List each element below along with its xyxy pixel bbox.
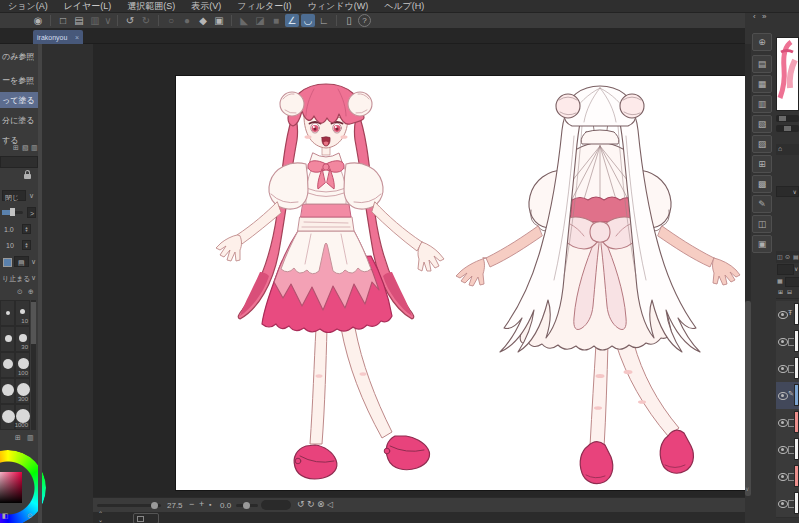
layer-visibility-icon[interactable] <box>778 473 788 481</box>
line-tool-icon[interactable]: ∠ <box>285 14 299 27</box>
layer-row[interactable] <box>776 463 799 491</box>
brush-size-cell[interactable]: 300 <box>15 378 30 404</box>
layer-thumbnail[interactable] <box>794 384 799 406</box>
material-b-icon[interactable]: ▨ <box>752 135 772 153</box>
layer-row[interactable]: Ŧ <box>776 301 799 329</box>
help-icon[interactable]: ? <box>358 14 371 27</box>
dock-chevron-left-icon[interactable]: ‹ <box>753 12 756 21</box>
value-field[interactable]: 1.0 <box>4 226 14 233</box>
opacity-input[interactable] <box>785 277 799 287</box>
lock-icon[interactable] <box>24 174 31 179</box>
stepper-control[interactable]: ▲▼ <box>22 240 31 250</box>
chevron-down-icon[interactable]: ∨ <box>31 258 36 266</box>
layer-thumbnail[interactable] <box>794 465 799 487</box>
layer-thumbnail[interactable] <box>794 492 799 514</box>
menu-view[interactable]: 表示(V) <box>191 0 221 13</box>
material-c-icon[interactable]: ⊞ <box>752 155 772 173</box>
navigator-zoom-slider[interactable] <box>776 115 799 122</box>
left-panel-scrollbar[interactable] <box>38 44 42 523</box>
zoom-slider-handle[interactable] <box>151 502 158 509</box>
delete-layer-icon[interactable]: ⊟ <box>787 288 792 295</box>
brush-size-cell[interactable]: 10 <box>15 300 30 326</box>
zoom-out-button[interactable]: − <box>189 498 194 511</box>
sub-view-icon[interactable]: ▤ <box>752 55 772 73</box>
layer-visibility-icon[interactable] <box>778 311 788 319</box>
expression-color-dropdown[interactable]: ∨ <box>776 186 799 197</box>
value-field[interactable]: 10 <box>6 242 14 249</box>
subtool-item[interactable]: のみ参照 <box>0 48 38 64</box>
reference-folder-button[interactable]: ▤ <box>14 256 29 267</box>
layer-thumbnail[interactable] <box>794 330 799 352</box>
layer-filter-icon[interactable]: ⊙ <box>785 253 790 260</box>
fit-screen-icon[interactable]: ▪ <box>209 498 211 511</box>
flip-horizontal-icon[interactable]: ◁ <box>327 498 333 511</box>
menu-selection[interactable]: 選択範囲(S) <box>127 0 175 13</box>
document-tab[interactable]: irakonyou × <box>33 30 83 44</box>
tab-close-icon[interactable]: × <box>75 34 79 41</box>
scroll-down-icon[interactable]: ∨ <box>745 485 749 492</box>
zoom-in-button[interactable]: + <box>199 498 204 511</box>
menu-animation[interactable]: ション(A) <box>8 0 48 13</box>
layer-row[interactable] <box>776 409 799 437</box>
subtool-item[interactable]: ーを参照 <box>0 72 38 88</box>
save-dropdown-icon[interactable]: ∨ <box>104 14 112 27</box>
menu-layer[interactable]: レイヤー(L) <box>64 0 112 13</box>
reselect-icon[interactable]: ● <box>180 14 194 27</box>
gap-close-dropdown[interactable]: 閉じ <box>2 190 26 201</box>
subtool-item-selected[interactable]: って塗る <box>0 92 38 108</box>
layer-visibility-icon[interactable] <box>778 446 788 454</box>
companion-device-icon[interactable]: ▯ <box>342 14 356 27</box>
dock-collapse-down-icon[interactable]: ⌄ <box>98 516 103 523</box>
layer-thumbnail[interactable] <box>794 303 799 325</box>
scrollbar-thumb[interactable] <box>745 301 751 496</box>
brush-size-cell[interactable] <box>0 352 15 378</box>
polyline-tool-icon[interactable]: ∟ <box>317 14 331 27</box>
layer-visibility-icon[interactable] <box>778 392 788 400</box>
collapsed-palette-button[interactable] <box>133 513 159 523</box>
menu-help[interactable]: ヘルプ(H) <box>384 0 424 13</box>
slider-handle[interactable] <box>10 208 15 216</box>
invert-selection-icon[interactable]: ◆ <box>196 14 210 27</box>
eyedropper-icon[interactable]: ⊙ <box>27 512 33 520</box>
checkbox[interactable] <box>3 258 12 267</box>
snap-b-icon[interactable]: ◪ <box>253 14 267 27</box>
layer-thumbnail[interactable] <box>794 438 799 460</box>
brush-size-cell[interactable] <box>0 404 15 430</box>
save-file-icon[interactable]: ▥ <box>88 14 102 27</box>
duplicate-subtool-icon[interactable]: ▧ <box>22 144 29 152</box>
deselect-icon[interactable]: ○ <box>164 14 178 27</box>
history-icon[interactable]: ▥ <box>752 95 772 113</box>
color-sliders-icon[interactable]: ◧ <box>2 512 9 520</box>
canvas-document[interactable] <box>176 76 746 490</box>
dock-chevron-more-icon[interactable]: » <box>762 12 766 21</box>
redo-icon[interactable]: ↻ <box>139 14 153 27</box>
brush-palette-scrollbar[interactable] <box>31 300 36 430</box>
layer-visibility-icon[interactable] <box>778 419 788 427</box>
layer-row-selected[interactable]: ✎ <box>776 382 799 410</box>
layer-visibility-icon[interactable] <box>778 365 788 373</box>
navigator-rotate-slider[interactable] <box>776 125 799 132</box>
remove-size-icon[interactable]: ▥ <box>27 434 34 442</box>
rotate-left-icon[interactable]: ↺ <box>297 498 305 511</box>
delete-subtool-icon[interactable]: ▥ <box>31 144 38 152</box>
stepper-control[interactable]: ▲▼ <box>22 224 31 234</box>
detail-settings-icon[interactable]: ⊕ <box>28 288 34 296</box>
new-document-icon[interactable]: □ <box>56 14 70 27</box>
layer-visibility-icon[interactable] <box>778 500 788 508</box>
layer-view-icon[interactable]: ▤ <box>793 253 799 260</box>
open-file-icon[interactable]: ▤ <box>72 14 86 27</box>
export-icon[interactable]: ◫ <box>752 215 772 233</box>
selection-border-icon[interactable]: ▣ <box>212 14 226 27</box>
add-subtool-icon[interactable]: ⊞ <box>13 144 19 152</box>
quick-access-icon[interactable]: ▦ <box>752 75 772 93</box>
chevron-down-icon[interactable]: ∨ <box>29 192 34 200</box>
undo-icon[interactable]: ↺ <box>123 14 137 27</box>
new-layer-icon[interactable]: ⊞ <box>778 288 783 295</box>
material-d-icon[interactable]: ▩ <box>752 175 772 193</box>
curve-tool-icon[interactable]: ◡ <box>301 14 315 27</box>
brush-size-cell[interactable]: 1000 <box>15 404 30 430</box>
menu-window[interactable]: ウィンドウ(W) <box>308 0 369 13</box>
brush-size-cell[interactable]: 100 <box>15 352 30 378</box>
layer-thumbnail[interactable] <box>794 357 799 379</box>
canvas-vertical-scrollbar[interactable] <box>745 44 751 484</box>
